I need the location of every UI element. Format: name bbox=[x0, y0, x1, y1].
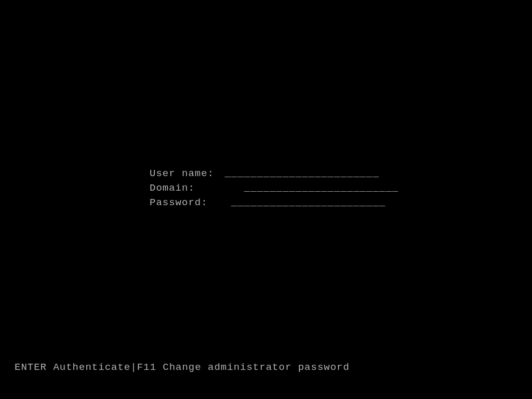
password-label: Password: bbox=[150, 195, 218, 210]
spacer bbox=[218, 166, 224, 181]
username-label: User name: bbox=[150, 166, 218, 181]
password-field[interactable]: ________________________ bbox=[231, 195, 386, 210]
domain-label: Domain: bbox=[150, 181, 218, 195]
username-field[interactable]: ________________________ bbox=[224, 166, 379, 181]
domain-field[interactable]: ________________________ bbox=[244, 181, 399, 195]
domain-row: Domain: ________________________ bbox=[150, 181, 398, 195]
password-row: Password: ________________________ bbox=[150, 195, 398, 210]
footer-hints: ENTER Authenticate|F11 Change administra… bbox=[15, 362, 350, 373]
spacer bbox=[218, 195, 231, 210]
username-row: User name: ________________________ bbox=[150, 166, 398, 181]
spacer bbox=[218, 181, 244, 195]
login-form: User name: ________________________ Doma… bbox=[150, 166, 398, 210]
